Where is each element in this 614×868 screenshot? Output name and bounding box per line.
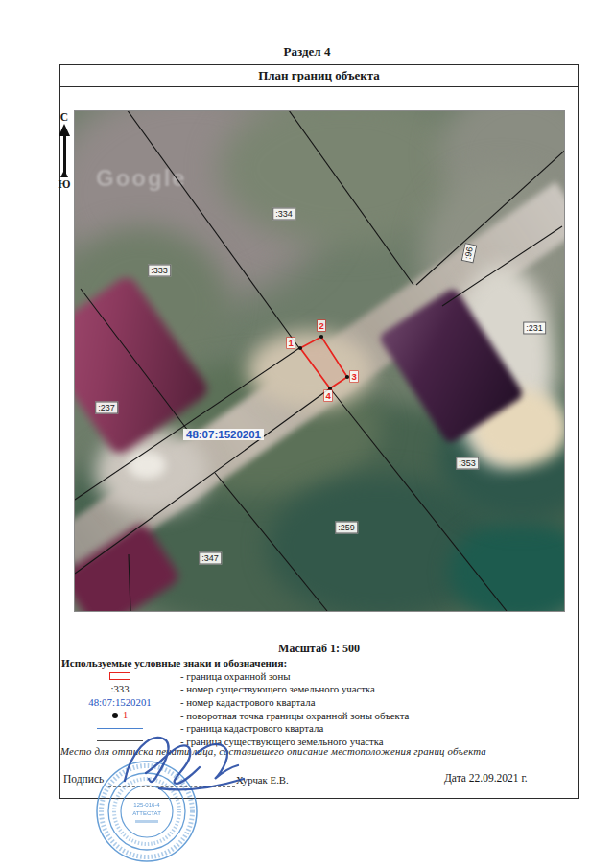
turning-point-dot-icon (112, 713, 118, 718)
parcel-number-symbol: :333 (59, 683, 180, 694)
section-title: Раздел 4 (0, 44, 614, 59)
quarter-number-symbol: 48:07:1520201 (59, 696, 180, 708)
turning-point-4: 4 (324, 390, 332, 401)
scale-label: Масштаб 1: 500 (59, 642, 579, 656)
legend-row: - граница охранной зоны (59, 669, 579, 683)
signature-date: Дата 22.09.2021 г. (444, 772, 528, 784)
protected-zone-outline (300, 337, 347, 388)
stamp-number-text: 125-016-4 (133, 802, 160, 808)
parcel-label-353: :353 (456, 457, 479, 470)
legend-heading: Используемые условные знаки и обозначени… (61, 657, 287, 669)
legend-row: 1 - поворотная точка границы охранной зо… (59, 709, 579, 722)
cadastral-quarter-label: 48:07:1520201 (183, 429, 264, 440)
parcel-label-237: :237 (95, 402, 118, 414)
turning-point-3: 3 (350, 371, 358, 382)
turning-point-2: 2 (318, 320, 325, 331)
legend-row: 48:07:1520201 - номер кадастрового кварт… (59, 695, 579, 709)
protected-zone-symbol (109, 672, 130, 680)
parcel-label-231: :231 (523, 322, 546, 335)
handwritten-signature (111, 725, 265, 794)
stamp-attestat-text: АТТЕСТАТ (132, 810, 161, 816)
boundary-lines-overlay (75, 111, 564, 611)
parcel-label-333: :333 (148, 265, 171, 277)
parcel-label-334: :334 (272, 208, 295, 221)
satellite-map: Google :334 :333 :96 (74, 110, 565, 612)
parcel-label-259: :259 (335, 522, 358, 534)
parcel-label-347: :347 (199, 552, 222, 565)
plan-title: План границ объекта (59, 64, 579, 87)
legend-row: :333 - номер существующего земельного уч… (59, 683, 579, 696)
cadastral-plan-page: Раздел 4 План границ объекта С Ю Google (0, 0, 614, 868)
turning-point-1: 1 (287, 338, 295, 348)
